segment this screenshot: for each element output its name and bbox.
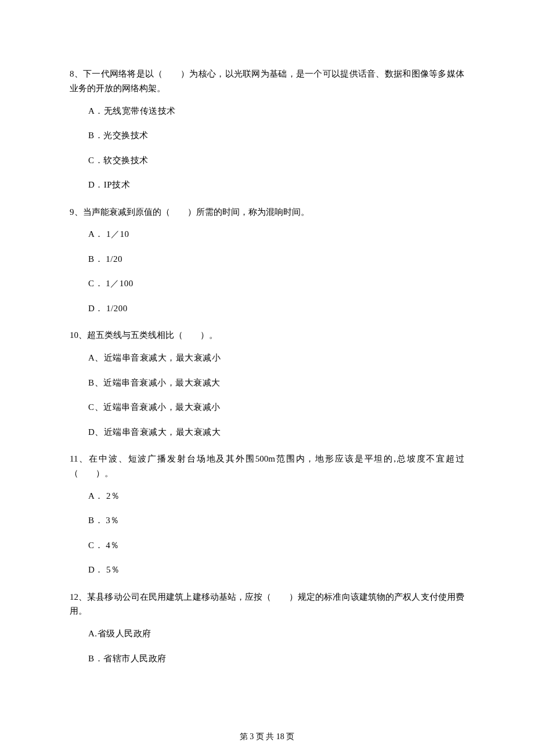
- q12-option-b: B．省辖市人民政府: [88, 654, 464, 664]
- question-8-text: 8、下一代网络将是以（ ）为核心，以光联网为基础，是一个可以提供话音、数据和图像…: [70, 67, 464, 96]
- q10-option-b: B、近端串音衰减小，最大衰减大: [88, 378, 464, 388]
- question-11-text: 11、在中波、短波广播发射台场地及其外围500m范围内，地形应该是平坦的,总坡度…: [70, 452, 464, 481]
- question-9: 9、当声能衰减到原值的（ ）所需的时间，称为混响时间。 A． 1／10 B． 1…: [70, 205, 464, 314]
- question-12-options: A.省级人民政府 B．省辖市人民政府: [70, 629, 464, 663]
- question-10-options: A、近端串音衰减大，最大衰减小 B、近端串音衰减小，最大衰减大 C、近端串音衰减…: [70, 353, 464, 437]
- q9-option-c: C． 1／100: [88, 279, 464, 289]
- question-9-options: A． 1／10 B． 1/20 C． 1／100 D． 1/200: [70, 229, 464, 313]
- q11-option-a: A． 2％: [88, 491, 464, 501]
- q8-option-d: D．IP技术: [88, 180, 464, 190]
- question-8-options: A．无线宽带传送技术 B．光交换技术 C．软交换技术 D．IP技术: [70, 106, 464, 190]
- question-10-text: 10、超五类线与五类线相比（ ）。: [70, 328, 464, 343]
- q9-option-b: B． 1/20: [88, 254, 464, 264]
- question-11: 11、在中波、短波广播发射台场地及其外围500m范围内，地形应该是平坦的,总坡度…: [70, 452, 464, 575]
- page-footer: 第 3 页 共 18 页: [0, 732, 534, 742]
- question-9-text: 9、当声能衰减到原值的（ ）所需的时间，称为混响时间。: [70, 205, 464, 219]
- question-8: 8、下一代网络将是以（ ）为核心，以光联网为基础，是一个可以提供话音、数据和图像…: [70, 67, 464, 190]
- q8-option-a: A．无线宽带传送技术: [88, 106, 464, 116]
- q11-option-b: B． 3％: [88, 516, 464, 525]
- q12-option-a: A.省级人民政府: [88, 629, 464, 639]
- question-12-text: 12、某县移动公司在民用建筑上建移动基站，应按（ ）规定的标准向该建筑物的产权人…: [70, 590, 464, 619]
- q11-option-d: D． 5％: [88, 565, 464, 575]
- document-page: 8、下一代网络将是以（ ）为核心，以光联网为基础，是一个可以提供话音、数据和图像…: [0, 0, 534, 756]
- q9-option-d: D． 1/200: [88, 304, 464, 314]
- question-12: 12、某县移动公司在民用建筑上建移动基站，应按（ ）规定的标准向该建筑物的产权人…: [70, 590, 464, 664]
- q10-option-d: D、近端串音衰减大，最大衰减大: [88, 427, 464, 437]
- question-11-options: A． 2％ B． 3％ C． 4％ D． 5％: [70, 491, 464, 575]
- question-10: 10、超五类线与五类线相比（ ）。 A、近端串音衰减大，最大衰减小 B、近端串音…: [70, 328, 464, 437]
- q11-option-c: C． 4％: [88, 541, 464, 550]
- q8-option-c: C．软交换技术: [88, 156, 464, 165]
- q9-option-a: A． 1／10: [88, 229, 464, 239]
- q10-option-c: C、近端串音衰减小，最大衰减小: [88, 402, 464, 412]
- q10-option-a: A、近端串音衰减大，最大衰减小: [88, 353, 464, 363]
- q8-option-b: B．光交换技术: [88, 131, 464, 141]
